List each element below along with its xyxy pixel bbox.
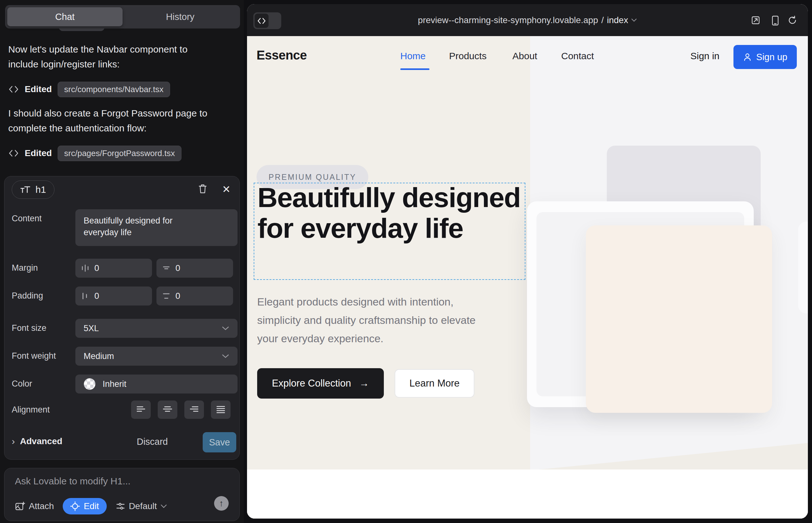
font-size-label: Font size xyxy=(12,323,47,333)
font-weight-select[interactable]: Medium xyxy=(75,347,237,366)
edited-label: Edited xyxy=(25,84,52,94)
chevron-right-icon: › xyxy=(12,436,15,447)
preview-page: index xyxy=(607,15,628,25)
nav-link-contact[interactable]: Contact xyxy=(561,51,594,61)
active-nav-underline xyxy=(400,68,429,70)
padding-x-icon xyxy=(81,292,89,300)
site-canvas: Essence Home Products About Contact Sign… xyxy=(247,36,808,519)
close-icon[interactable]: ✕ xyxy=(222,183,231,195)
selected-element-tag: h1 xyxy=(12,180,54,199)
padding-label: Padding xyxy=(12,291,43,301)
file-chip[interactable]: src/pages/ForgotPassword.tsx xyxy=(58,146,182,161)
margin-x-icon xyxy=(81,264,89,272)
tag-name: h1 xyxy=(35,184,46,195)
color-swatch xyxy=(84,378,96,390)
alignment-label: Alignment xyxy=(12,405,50,415)
font-size-select[interactable]: 5XL xyxy=(75,319,237,338)
tab-chat[interactable]: Chat xyxy=(7,7,123,26)
content-label: Content xyxy=(12,214,42,223)
section-below-hero xyxy=(247,469,808,519)
mobile-view-icon[interactable] xyxy=(772,16,779,26)
tab-history[interactable]: History xyxy=(123,7,238,26)
target-icon xyxy=(70,502,80,511)
sign-in-link[interactable]: Sign in xyxy=(690,51,720,61)
align-center-button[interactable] xyxy=(158,400,177,419)
app-window: Chat History Now let's update the Navbar… xyxy=(0,0,812,523)
advanced-toggle[interactable]: › Advanced xyxy=(12,436,63,447)
hero-heading[interactable]: Beautifully designed for everyday life xyxy=(258,182,530,244)
align-right-button[interactable] xyxy=(184,400,204,419)
align-justify-icon xyxy=(216,405,226,414)
code-icon xyxy=(8,85,19,94)
attach-button[interactable]: Attach xyxy=(15,501,54,511)
align-right-icon xyxy=(189,405,199,414)
delete-element-icon[interactable] xyxy=(198,183,208,194)
type-icon xyxy=(20,185,31,194)
nav-link-about[interactable]: About xyxy=(512,51,537,61)
chat-sidebar: Chat History Now let's update the Navbar… xyxy=(0,0,244,523)
hero-image-edge-card xyxy=(798,222,808,313)
site-logo[interactable]: Essence xyxy=(257,48,307,62)
preview-frame: preview--charming-site-symphony.lovable.… xyxy=(247,4,808,519)
padding-x-input[interactable]: 0 xyxy=(75,287,152,306)
refresh-icon[interactable] xyxy=(788,16,797,25)
color-select[interactable]: Inherit xyxy=(75,375,237,394)
nav-link-products[interactable]: Products xyxy=(449,51,487,61)
align-left-button[interactable] xyxy=(131,400,151,419)
sign-up-button[interactable]: Sign up xyxy=(734,45,797,69)
edited-label: Edited xyxy=(25,148,52,158)
chevron-down-icon xyxy=(631,18,637,22)
model-default-button[interactable]: Default xyxy=(116,501,167,511)
preview-url-bar[interactable]: preview--charming-site-symphony.lovable.… xyxy=(247,4,808,36)
content-textarea[interactable]: Beautifully designed for everyday life xyxy=(75,209,237,246)
chevron-down-icon xyxy=(161,504,167,508)
preview-url: preview--charming-site-symphony.lovable.… xyxy=(418,15,598,25)
color-label: Color xyxy=(12,379,32,389)
preview-toolbar: preview--charming-site-symphony.lovable.… xyxy=(247,4,808,36)
selected-h1-outline[interactable]: Beautifully designed for everyday life xyxy=(254,183,525,280)
margin-label: Margin xyxy=(12,263,38,273)
path-separator: / xyxy=(601,15,604,25)
chat-message: I should also create a Forgot Password p… xyxy=(8,106,217,136)
hero-paragraph: Elegant products designed with intention… xyxy=(257,292,492,348)
nav-link-home[interactable]: Home xyxy=(400,51,426,61)
font-weight-label: Font weight xyxy=(12,351,56,361)
user-icon xyxy=(743,53,752,61)
attach-image-icon xyxy=(15,501,25,511)
align-justify-button[interactable] xyxy=(211,400,231,419)
explore-collection-button[interactable]: Explore Collection → xyxy=(257,368,384,399)
margin-y-input[interactable]: 0 xyxy=(156,259,233,278)
site-navbar: Essence Home Products About Contact Sign… xyxy=(247,36,808,78)
discard-button[interactable]: Discard xyxy=(137,437,168,447)
code-icon xyxy=(8,149,19,158)
chat-composer: Attach Edit Default ↑ xyxy=(4,468,240,521)
element-editor-panel: h1 ✕ Content Beautifully designed for ev… xyxy=(4,176,240,460)
align-left-icon xyxy=(136,405,146,414)
learn-more-button[interactable]: Learn More xyxy=(394,369,474,398)
composer-input[interactable] xyxy=(15,476,224,487)
align-center-icon xyxy=(163,405,172,414)
chat-message: Now let's update the Navbar component to… xyxy=(8,42,217,72)
open-in-new-tab-icon[interactable] xyxy=(751,16,760,25)
margin-x-input[interactable]: 0 xyxy=(75,259,152,278)
hero-image-beige-card xyxy=(586,226,772,413)
sidebar-tabs: Chat History xyxy=(5,5,240,29)
save-button[interactable]: Save xyxy=(203,432,236,452)
chevron-down-icon xyxy=(222,326,229,330)
margin-y-icon xyxy=(162,264,170,272)
edited-file-row: Edited src/components/Navbar.tsx xyxy=(8,81,170,97)
file-chip[interactable]: src/components/Navbar.tsx xyxy=(58,82,170,97)
send-button[interactable]: ↑ xyxy=(214,496,229,511)
arrow-right-icon: → xyxy=(359,378,369,389)
chevron-down-icon xyxy=(222,354,229,358)
sliders-icon xyxy=(116,502,125,511)
edit-mode-button[interactable]: Edit xyxy=(63,498,106,515)
edited-file-row: Edited src/pages/ForgotPassword.tsx xyxy=(8,145,181,161)
padding-y-icon xyxy=(162,292,170,300)
padding-y-input[interactable]: 0 xyxy=(156,287,233,306)
